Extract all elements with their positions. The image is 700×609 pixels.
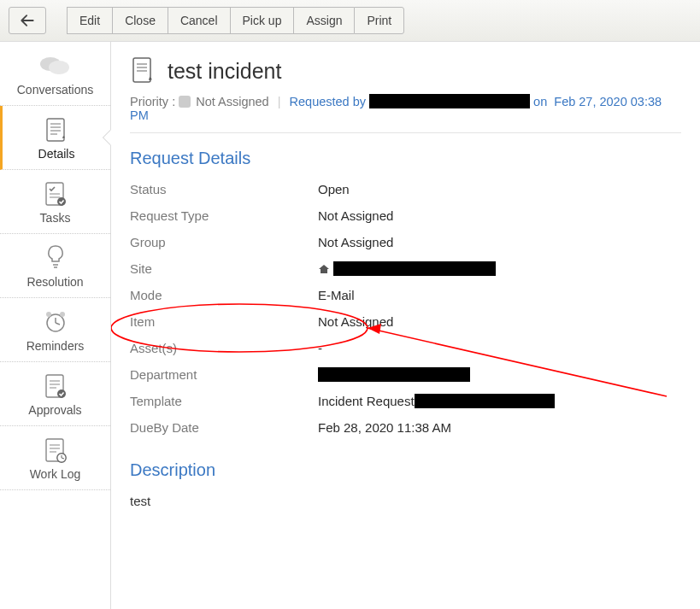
site-redacted bbox=[333, 261, 496, 276]
document-check-icon bbox=[3, 372, 107, 400]
on-label: on bbox=[533, 95, 547, 108]
sidebar: Conversations Details Tasks Resolution R… bbox=[0, 42, 111, 609]
chat-bubbles-icon bbox=[3, 52, 107, 79]
mode-value: E-Mail bbox=[318, 288, 681, 302]
sidebar-item-label: Resolution bbox=[26, 275, 83, 289]
alarm-clock-icon bbox=[3, 308, 107, 336]
svg-point-11 bbox=[57, 197, 66, 206]
sidebar-item-conversations[interactable]: Conversations bbox=[0, 42, 110, 106]
item-value: Not Assigned bbox=[318, 314, 681, 329]
svg-rect-3 bbox=[47, 119, 64, 141]
requested-by-label: Requested by bbox=[290, 95, 366, 108]
site-value bbox=[318, 261, 681, 276]
close-button[interactable]: Close bbox=[112, 7, 168, 34]
sidebar-item-label: Reminders bbox=[26, 339, 85, 353]
assets-label: Asset(s) bbox=[130, 341, 318, 355]
template-redacted bbox=[415, 394, 555, 408]
status-label: Status bbox=[130, 182, 318, 196]
svg-point-2 bbox=[49, 61, 69, 74]
request-type-value: Not Assigned bbox=[318, 208, 681, 223]
meta-separator: | bbox=[278, 95, 281, 108]
request-details-table: Status Open Request Type Not Assigned Gr… bbox=[130, 182, 681, 435]
request-type-label: Request Type bbox=[130, 208, 318, 223]
edit-button[interactable]: Edit bbox=[67, 7, 112, 34]
title-row: test incident bbox=[130, 56, 681, 87]
dueby-value: Feb 28, 2020 11:38 AM bbox=[318, 420, 681, 435]
checklist-icon bbox=[3, 180, 107, 208]
arrow-left-icon bbox=[19, 12, 36, 29]
group-label: Group bbox=[130, 235, 318, 249]
status-value: Open bbox=[318, 182, 681, 196]
department-label: Department bbox=[130, 367, 318, 382]
item-label: Item bbox=[130, 314, 318, 329]
svg-point-23 bbox=[57, 389, 66, 398]
sidebar-item-reminders[interactable]: Reminders bbox=[0, 298, 110, 362]
sidebar-item-details[interactable]: Details bbox=[0, 106, 110, 170]
sidebar-item-resolution[interactable]: Resolution bbox=[0, 234, 110, 298]
cancel-button[interactable]: Cancel bbox=[168, 7, 230, 34]
svg-rect-31 bbox=[133, 58, 150, 82]
description-body: test bbox=[130, 494, 681, 508]
priority-value: Not Assigned bbox=[196, 95, 268, 108]
site-label: Site bbox=[130, 261, 318, 276]
sidebar-item-worklog[interactable]: Work Log bbox=[0, 426, 110, 490]
department-value bbox=[318, 367, 681, 382]
sidebar-item-label: Work Log bbox=[30, 467, 81, 481]
document-clock-icon bbox=[3, 436, 107, 464]
svg-point-18 bbox=[60, 312, 65, 317]
ticket-meta: Priority : Not Assigned | Requested by o… bbox=[130, 94, 681, 133]
sidebar-item-label: Tasks bbox=[40, 211, 71, 225]
print-button[interactable]: Print bbox=[354, 7, 404, 34]
page-title: test incident bbox=[168, 59, 281, 84]
request-details-heading: Request Details bbox=[130, 149, 681, 168]
ticket-icon bbox=[130, 56, 156, 87]
sidebar-item-approvals[interactable]: Approvals bbox=[0, 362, 110, 426]
pickup-button[interactable]: Pick up bbox=[230, 7, 294, 34]
template-label: Template bbox=[130, 394, 318, 408]
document-edit-icon bbox=[6, 116, 107, 143]
sidebar-item-tasks[interactable]: Tasks bbox=[0, 170, 110, 234]
home-icon bbox=[318, 263, 330, 275]
mode-label: Mode bbox=[130, 288, 318, 302]
sidebar-item-label: Conversations bbox=[17, 83, 94, 97]
dueby-label: DueBy Date bbox=[130, 420, 318, 435]
sidebar-item-label: Details bbox=[38, 147, 75, 161]
sidebar-item-label: Approvals bbox=[28, 403, 81, 417]
assets-value: - bbox=[318, 341, 681, 355]
priority-chip bbox=[179, 96, 191, 108]
requester-redacted bbox=[369, 94, 530, 108]
assign-button[interactable]: Assign bbox=[293, 7, 354, 34]
group-value: Not Assigned bbox=[318, 235, 681, 249]
department-redacted bbox=[318, 367, 470, 382]
template-value: Incident Request bbox=[318, 394, 681, 408]
svg-point-17 bbox=[46, 312, 51, 317]
toolbar: Edit Close Cancel Pick up Assign Print bbox=[0, 0, 700, 42]
priority-label: Priority : bbox=[130, 95, 175, 108]
back-button[interactable] bbox=[9, 7, 46, 34]
lightbulb-icon bbox=[3, 244, 107, 272]
main-content: test incident Priority : Not Assigned | … bbox=[111, 42, 700, 609]
description-heading: Description bbox=[130, 460, 681, 480]
